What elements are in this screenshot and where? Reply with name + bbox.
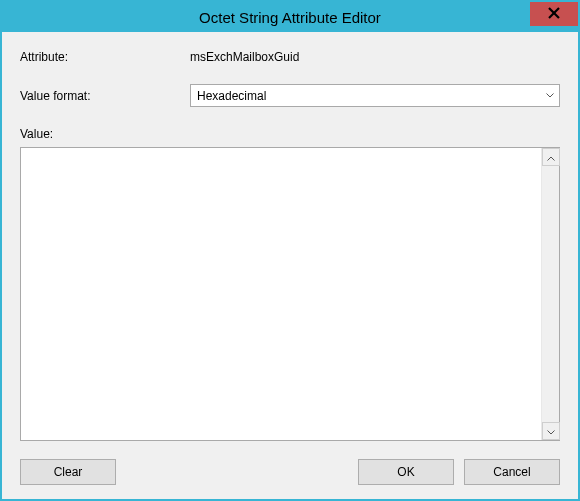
chevron-up-icon — [547, 150, 555, 164]
ok-button[interactable]: OK — [358, 459, 454, 485]
attribute-label: Attribute: — [20, 50, 190, 64]
value-label-row: Value: — [20, 127, 560, 141]
value-format-select[interactable]: Hexadecimal — [190, 84, 560, 107]
close-button[interactable] — [530, 2, 578, 26]
value-textarea-wrap — [20, 147, 560, 441]
chevron-down-icon — [541, 85, 559, 106]
spacer — [126, 459, 348, 485]
value-textarea[interactable] — [21, 148, 541, 440]
scroll-up-button[interactable] — [542, 148, 560, 166]
chevron-down-icon — [547, 424, 555, 438]
clear-button[interactable]: Clear — [20, 459, 116, 485]
close-icon — [548, 7, 560, 22]
cancel-button[interactable]: Cancel — [464, 459, 560, 485]
scroll-down-button[interactable] — [542, 422, 560, 440]
value-format-row: Value format: Hexadecimal — [20, 84, 560, 107]
button-row: Clear OK Cancel — [20, 459, 560, 485]
window-title: Octet String Attribute Editor — [199, 9, 381, 26]
titlebar: Octet String Attribute Editor — [2, 2, 578, 32]
scrollbar[interactable] — [541, 148, 559, 440]
attribute-name: msExchMailboxGuid — [190, 50, 560, 64]
value-format-selected: Hexadecimal — [197, 89, 541, 103]
attribute-row: Attribute: msExchMailboxGuid — [20, 50, 560, 64]
dialog-window: Octet String Attribute Editor Attribute:… — [0, 0, 580, 501]
value-format-label: Value format: — [20, 89, 190, 103]
value-label: Value: — [20, 127, 53, 141]
client-area: Attribute: msExchMailboxGuid Value forma… — [2, 32, 578, 499]
